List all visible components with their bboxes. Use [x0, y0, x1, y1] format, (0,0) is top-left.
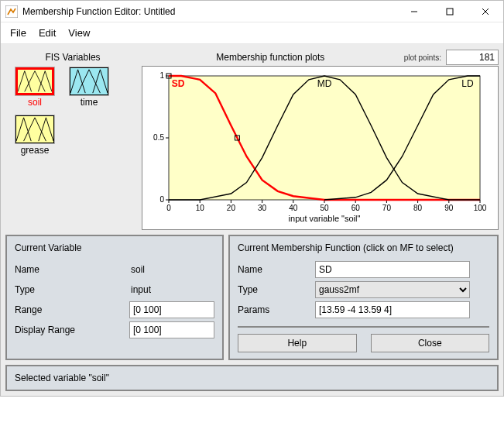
mf-chart[interactable]: 010203040506070809010000.51input variabl… [147, 70, 486, 225]
svg-text:40: 40 [289, 204, 298, 212]
close-window-button[interactable] [468, 1, 503, 22]
svg-text:80: 80 [413, 204, 423, 212]
var-type-value: input [131, 284, 151, 295]
fis-var-label: soil [28, 97, 42, 108]
fis-var-grease[interactable]: grease [13, 115, 57, 156]
svg-text:input variable "soil": input variable "soil" [289, 214, 361, 223]
var-range-input[interactable] [129, 301, 214, 318]
fis-var-icon [70, 67, 108, 95]
svg-text:1: 1 [159, 71, 164, 80]
var-type-label: Type [15, 284, 131, 295]
mf-type-select[interactable]: gauss2mf [315, 281, 470, 298]
titlebar: Membership Function Editor: Untitled [1, 1, 503, 22]
svg-text:0: 0 [166, 204, 171, 212]
svg-text:SD: SD [172, 78, 185, 89]
svg-rect-0 [5, 5, 18, 18]
var-name-label: Name [15, 264, 131, 275]
maximize-button[interactable] [432, 1, 468, 22]
var-display-range-input[interactable] [129, 321, 214, 338]
app-window: Membership Function Editor: Untitled Fil… [0, 0, 504, 397]
fis-variables-title: FIS Variables [9, 52, 137, 63]
plot-area[interactable]: 010203040506070809010000.51input variabl… [142, 66, 499, 230]
svg-rect-2 [447, 9, 453, 15]
mf-name-input[interactable] [315, 261, 470, 278]
svg-text:LD: LD [461, 78, 474, 89]
svg-text:30: 30 [258, 204, 267, 212]
minimize-button[interactable] [396, 1, 432, 22]
panel-title: Current Membership Function (click on MF… [238, 242, 489, 253]
fis-variables-panel: FIS Variables soil time [5, 49, 137, 230]
fis-var-label: time [81, 97, 98, 108]
svg-text:0.5: 0.5 [153, 133, 164, 142]
fis-var-icon [15, 67, 54, 95]
menu-file[interactable]: File [5, 26, 31, 40]
matlab-icon [5, 5, 18, 18]
fis-var-label: grease [21, 145, 50, 156]
svg-text:60: 60 [351, 204, 361, 212]
menu-view[interactable]: View [63, 26, 94, 40]
mf-params-label: Params [238, 304, 315, 315]
plot-panel: Membership function plots plot points: 0… [142, 49, 499, 230]
current-mf-panel: Current Membership Function (click on MF… [228, 235, 499, 360]
window-title: Membership Function Editor: Untitled [22, 6, 175, 17]
mf-type-label: Type [238, 284, 315, 295]
status-text: Selected variable "soil" [15, 373, 109, 383]
fis-var-soil[interactable]: soil [13, 67, 57, 108]
var-name-value: soil [131, 264, 145, 275]
mf-params-input[interactable] [315, 301, 470, 318]
svg-text:20: 20 [227, 204, 236, 212]
menubar: File Edit View [1, 22, 503, 44]
status-bar: Selected variable "soil" [5, 365, 499, 391]
mf-name-label: Name [238, 264, 315, 275]
plot-title: Membership function plots [142, 52, 399, 63]
current-variable-panel: Current Variable Name soil Type input Ra… [5, 235, 224, 360]
svg-text:10: 10 [196, 204, 205, 212]
svg-text:50: 50 [320, 204, 329, 212]
menu-edit[interactable]: Edit [34, 26, 60, 40]
plot-points-input[interactable] [446, 50, 499, 65]
svg-text:100: 100 [474, 204, 486, 212]
svg-text:70: 70 [382, 204, 392, 212]
var-display-range-label: Display Range [15, 325, 129, 335]
plot-points-label: plot points: [404, 53, 441, 62]
var-range-label: Range [15, 304, 129, 315]
fis-var-icon [15, 115, 54, 143]
panel-title: Current Variable [15, 242, 214, 253]
svg-text:MD: MD [317, 78, 332, 89]
svg-text:90: 90 [444, 204, 454, 212]
svg-text:0: 0 [159, 195, 164, 204]
help-button[interactable]: Help [238, 334, 357, 352]
close-button[interactable]: Close [371, 334, 490, 352]
fis-var-time[interactable]: time [67, 67, 111, 108]
